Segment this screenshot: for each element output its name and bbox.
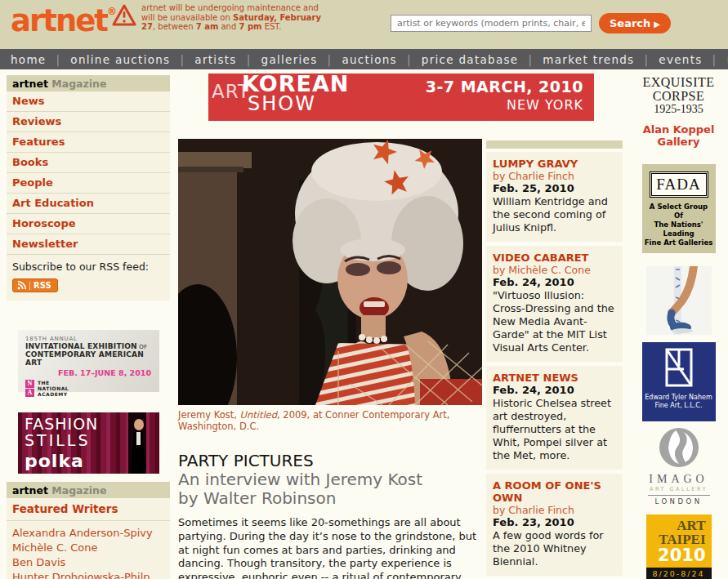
writer-link[interactable]: Hunter Drohojowska-Philp bbox=[12, 570, 164, 579]
sidebar-item-books[interactable]: Books bbox=[7, 153, 170, 173]
news-title-link[interactable]: A ROOM OF ONE'S OWN bbox=[493, 479, 616, 504]
na-footer: N A THE NATIONAL ACADEMY bbox=[25, 380, 154, 397]
sidebar-item-newsletter[interactable]: Newsletter bbox=[7, 234, 170, 255]
news-date: Feb. 25, 2010 bbox=[493, 182, 616, 195]
sidebar-header: artnet Magazine bbox=[7, 75, 170, 91]
news-teaser: A few good words for the 2010 Whitney Bi… bbox=[493, 529, 616, 568]
nav-item-market-trends[interactable]: market trends bbox=[533, 53, 644, 66]
drag-queen-portrait-illustration bbox=[178, 139, 482, 405]
nav-item-home[interactable]: home bbox=[11, 53, 56, 66]
nav-item-auctions[interactable]: auctions bbox=[332, 53, 407, 66]
article-title-block: PARTY PICTURES An interview with Jeremy … bbox=[178, 452, 489, 508]
writer-link[interactable]: Michèle C. Cone bbox=[12, 541, 164, 555]
nav-item-price-database[interactable]: price database bbox=[412, 53, 529, 66]
fashion-stills-ad[interactable]: FASHION STILLS polka bbox=[18, 412, 159, 474]
article-title: PARTY PICTURES bbox=[178, 452, 489, 470]
nav-item-galleries[interactable]: galleries bbox=[252, 53, 328, 66]
korean-art-show-banner-ad[interactable]: KOREAN ART SHOW 3-7 MARCH, 2010 NEW YORK bbox=[208, 73, 594, 121]
writers-header: artnet Magazine bbox=[7, 482, 170, 498]
artnet-logo[interactable]: artnet® bbox=[11, 3, 117, 38]
imago-name: IMAGO bbox=[629, 473, 728, 486]
sidebar-item-news[interactable]: News bbox=[7, 91, 170, 112]
banner-city: NEW YORK bbox=[507, 97, 583, 113]
fada-logo-frame: FADA bbox=[650, 171, 708, 198]
news-byline: by Charlie Finch bbox=[493, 504, 616, 516]
news-title-link[interactable]: VIDEO CABARET bbox=[493, 252, 616, 264]
rss-divider bbox=[29, 282, 30, 290]
news-byline: by Charlie Finch bbox=[493, 170, 616, 182]
nav-item-artists[interactable]: artists bbox=[185, 53, 246, 66]
imago-gallery-ad[interactable]: IMAGO ART GALLERY LONDON bbox=[629, 427, 728, 506]
news-date: Feb. 23, 2010 bbox=[493, 516, 616, 529]
news-title-link[interactable]: LUMPY GRAVY bbox=[493, 158, 616, 170]
news-item: A ROOM OF ONE'S OWN by Charlie Finch Feb… bbox=[486, 474, 623, 576]
taipei-year: 2010 bbox=[652, 546, 706, 565]
sidebar-magazine-menu: artnet Magazine News Reviews Features Bo… bbox=[7, 75, 170, 301]
rss-icon bbox=[17, 281, 26, 290]
nav-item-online-auctions[interactable]: online auctions bbox=[60, 53, 180, 66]
news-date: Feb. 24, 2010 bbox=[493, 384, 616, 397]
national-academy-logo-icon: N A bbox=[25, 380, 34, 397]
legs-fashion-ad[interactable] bbox=[646, 266, 712, 335]
rss-button[interactable]: RSS bbox=[12, 278, 58, 292]
news-title-link[interactable]: ARTNET NEWS bbox=[493, 372, 616, 384]
koppel-line2: CORPSE bbox=[629, 89, 728, 103]
nav-item-events[interactable]: events bbox=[649, 53, 712, 66]
fada-ad[interactable]: FADA A Select Group Of The Nations' Lead… bbox=[642, 164, 716, 253]
article-photo bbox=[178, 139, 482, 405]
national-academy-ad[interactable]: 185TH ANNUAL INVITATIONAL EXHIBITION OF … bbox=[18, 330, 159, 392]
rss-section: Subscribe to our RSS feed: RSS bbox=[7, 255, 170, 301]
writer-link[interactable]: Alexandra Anderson-Spivy bbox=[12, 526, 164, 541]
artnet-logo-text: artnet bbox=[11, 3, 107, 38]
sidebar-item-art-education[interactable]: Art Education bbox=[7, 194, 170, 214]
sidebar-item-features[interactable]: Features bbox=[7, 132, 170, 153]
tuxedo-shirt bbox=[136, 432, 141, 445]
fada-logo: FADA bbox=[651, 173, 707, 196]
search-button[interactable]: Search▶ bbox=[599, 13, 671, 33]
sidebar-item-reviews[interactable]: Reviews bbox=[7, 112, 170, 132]
rss-text: Subscribe to our RSS feed: bbox=[12, 261, 149, 273]
artnet-magazine-page: artnet® artnet will be undergoing mainte… bbox=[0, 0, 728, 579]
sidebar-menu: News Reviews Features Books People Art E… bbox=[7, 91, 170, 301]
legs-illustration bbox=[646, 266, 712, 335]
search-arrow-icon: ▶ bbox=[654, 20, 660, 29]
featured-writers-title: Featured Writers bbox=[7, 498, 170, 521]
article-body: Sometimes it seems like 20-somethings ar… bbox=[178, 516, 489, 579]
news-teaser: William Kentridge and the second coming … bbox=[493, 195, 616, 234]
nahem-monogram-icon bbox=[663, 348, 695, 387]
taipei-art: ART bbox=[652, 519, 706, 532]
news-item: ARTNET NEWS Feb. 24, 2010 Historic Chels… bbox=[486, 366, 623, 470]
art-taipei-ad[interactable]: ART TAIPEI 2010 8/20-8/24 bbox=[646, 514, 712, 579]
edward-tyler-nahem-ad[interactable]: Edward Tyler NahemFine Art, L.L.C. bbox=[642, 342, 716, 421]
writers-list: Alexandra Anderson-Spivy Michèle C. Cone… bbox=[7, 521, 170, 579]
nav-item-magazine[interactable]: magazine bbox=[717, 53, 728, 66]
alan-koppel-gallery-ad[interactable]: EXQUISITE CORPSE 1925-1935 Alan KoppelGa… bbox=[629, 75, 728, 148]
sidebar-item-horoscope[interactable]: Horoscope bbox=[7, 214, 170, 234]
news-item: VIDEO CABARET by Michèle C. Cone Feb. 24… bbox=[486, 246, 623, 362]
news-teaser: Historic Chelsea street art destroyed, f… bbox=[493, 397, 616, 462]
photo-caption: Jeremy Kost, Untitled, 2009, at Conner C… bbox=[178, 409, 482, 432]
banner-art: ART bbox=[212, 81, 250, 102]
sidebar-item-people[interactable]: People bbox=[7, 173, 170, 194]
imago-city: LONDON bbox=[629, 497, 728, 506]
koppel-line1: EXQUISITE bbox=[629, 75, 728, 89]
search-input[interactable] bbox=[391, 15, 592, 32]
writer-link[interactable]: Ben Davis bbox=[12, 555, 164, 570]
rss-label: RSS bbox=[33, 281, 51, 290]
polka-brand: polka bbox=[25, 451, 84, 471]
koppel-years: 1925-1935 bbox=[629, 103, 728, 116]
imago-faces-logo-icon bbox=[659, 427, 699, 468]
man-face bbox=[134, 419, 144, 430]
fashion-line1: FASHION bbox=[25, 415, 98, 433]
main-nav: home online auctions artists galleries a… bbox=[0, 49, 728, 69]
taipei-dates: 8/20-8/24 bbox=[646, 568, 712, 579]
news-teaser: "Virtuoso Illusion: Cross-Dressing and t… bbox=[493, 289, 616, 354]
imago-divider bbox=[648, 495, 710, 496]
news-column-header-bar bbox=[486, 140, 623, 149]
na-title-1: INVITATIONAL EXHIBITION OF bbox=[25, 342, 154, 350]
news-date: Feb. 24, 2010 bbox=[493, 276, 616, 289]
na-org-name: THE NATIONAL ACADEMY bbox=[38, 380, 69, 397]
koppel-gallery-name: Alan KoppelGallery bbox=[629, 123, 728, 148]
news-column: LUMPY GRAVY by Charlie Finch Feb. 25, 20… bbox=[486, 140, 623, 579]
warning-triangle-icon bbox=[112, 4, 136, 29]
